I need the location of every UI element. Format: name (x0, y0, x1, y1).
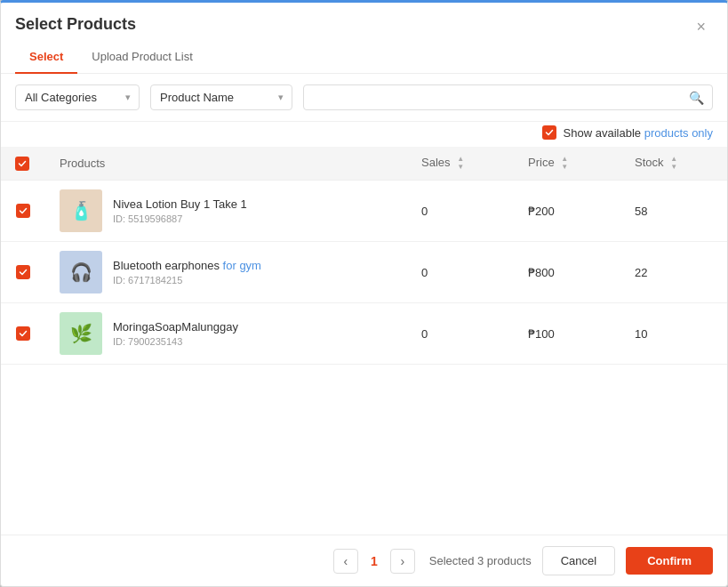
product-name: Nivea Lotion Buy 1 Take 1 (113, 197, 247, 211)
close-button[interactable]: × (689, 15, 713, 38)
current-page: 1 (365, 554, 383, 568)
row-stock: 22 (620, 242, 727, 303)
product-id: ID: 5519596887 (113, 213, 247, 224)
product-name: Bluetooth earphones for gym (113, 259, 261, 272)
available-only-label: Show available products only (564, 126, 713, 140)
product-info: 🧴 Nivea Lotion Buy 1 Take 1 ID: 55195968… (60, 189, 393, 232)
selected-count: Selected 3 products (429, 554, 532, 567)
product-thumbnail: 🧴 (60, 189, 102, 232)
products-table: Products Sales ▲▼ Price ▲▼ St (1, 147, 727, 365)
row-product-cell: 🌿 MoringaSoapMalunggay ID: 7900235143 (45, 303, 407, 365)
products-table-area: Products Sales ▲▼ Price ▲▼ St (1, 147, 727, 535)
row-checkbox[interactable] (16, 265, 30, 279)
product-name: MoringaSoapMalunggay (113, 320, 238, 334)
search-icon: 🔍 (689, 91, 704, 105)
sales-sort-icon[interactable]: ▲▼ (457, 156, 464, 171)
dialog-title: Select Products (15, 15, 136, 41)
row-checkbox[interactable] (16, 326, 30, 341)
prev-page-button[interactable]: ‹ (333, 549, 358, 574)
table-row: 🎧 Bluetooth earphones for gym ID: 671718… (1, 242, 727, 303)
row-sales: 0 (407, 303, 514, 365)
category-filter-wrapper: All Categories ▾ (15, 84, 140, 110)
category-select[interactable]: All Categories (15, 84, 140, 110)
sort-select[interactable]: Product Name (150, 84, 292, 110)
dialog-footer: ‹ 1 › Selected 3 products Cancel Confirm (1, 535, 727, 586)
row-product-cell: 🧴 Nivea Lotion Buy 1 Take 1 ID: 55195968… (45, 181, 407, 242)
product-details: MoringaSoapMalunggay ID: 7900235143 (113, 320, 238, 347)
col-header-products: Products (45, 147, 407, 181)
select-products-dialog: Select Products × Select Upload Product … (0, 0, 728, 587)
pagination: ‹ 1 › (15, 549, 429, 574)
row-checkbox-cell (1, 242, 45, 303)
product-info: 🌿 MoringaSoapMalunggay ID: 7900235143 (60, 312, 393, 355)
stock-sort-icon[interactable]: ▲▼ (670, 156, 677, 171)
search-wrapper: 🔍 (303, 84, 713, 110)
next-page-button[interactable]: › (390, 549, 415, 574)
row-checkbox-cell (1, 181, 45, 242)
confirm-button[interactable]: Confirm (626, 547, 713, 575)
available-only-checkbox[interactable] (542, 125, 556, 140)
prev-icon: ‹ (343, 554, 348, 568)
product-info: 🎧 Bluetooth earphones for gym ID: 671718… (60, 251, 393, 294)
select-all-header (1, 147, 45, 181)
row-sales: 0 (407, 242, 514, 303)
product-thumbnail: 🌿 (60, 312, 102, 355)
search-input[interactable] (303, 84, 713, 110)
product-id: ID: 6717184215 (113, 275, 261, 285)
table-row: 🧴 Nivea Lotion Buy 1 Take 1 ID: 55195968… (1, 181, 727, 242)
price-sort-icon[interactable]: ▲▼ (561, 156, 568, 171)
next-icon: › (400, 554, 404, 568)
col-header-sales: Sales ▲▼ (407, 147, 514, 181)
product-details: Bluetooth earphones for gym ID: 67171842… (113, 259, 261, 285)
row-checkbox[interactable] (16, 204, 30, 218)
row-checkbox-cell (1, 303, 45, 365)
row-price: ₱800 (514, 242, 620, 303)
row-product-cell: 🎧 Bluetooth earphones for gym ID: 671718… (45, 242, 407, 303)
product-thumbnail: 🎧 (60, 251, 102, 294)
tab-upload-product-list[interactable]: Upload Product List (77, 41, 206, 74)
sort-filter-wrapper: Product Name ▾ (150, 84, 292, 110)
row-stock: 58 (620, 181, 727, 242)
table-header-row: Products Sales ▲▼ Price ▲▼ St (1, 147, 727, 181)
col-header-price: Price ▲▼ (514, 147, 620, 181)
select-all-checkbox[interactable] (15, 157, 29, 171)
col-header-stock: Stock ▲▼ (620, 147, 727, 181)
available-only-row: Show available products only (1, 122, 727, 147)
product-details: Nivea Lotion Buy 1 Take 1 ID: 5519596887 (113, 197, 247, 224)
table-row: 🌿 MoringaSoapMalunggay ID: 7900235143 0₱… (1, 303, 727, 365)
footer-actions: Selected 3 products Cancel Confirm (429, 546, 713, 575)
dialog-header: Select Products × (1, 3, 727, 41)
row-stock: 10 (620, 303, 727, 365)
product-id: ID: 7900235143 (113, 336, 238, 347)
tabs-row: Select Upload Product List (1, 41, 727, 74)
tab-select[interactable]: Select (15, 41, 77, 74)
row-price: ₱200 (514, 181, 620, 242)
filters-row: All Categories ▾ Product Name ▾ 🔍 (1, 74, 727, 122)
row-price: ₱100 (514, 303, 620, 365)
row-sales: 0 (407, 181, 514, 242)
cancel-button[interactable]: Cancel (542, 546, 615, 575)
